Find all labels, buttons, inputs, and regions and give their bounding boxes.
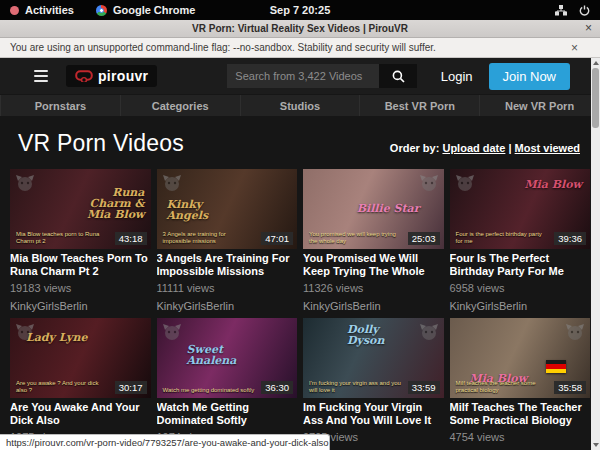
video-thumbnail[interactable]: Billie Star You promised we will keep tr… bbox=[303, 169, 444, 249]
duration-badge: 35:58 bbox=[554, 381, 586, 394]
nav-item-new[interactable]: New VR Porn bbox=[480, 95, 600, 116]
video-card[interactable]: Billie Star You promised we will keep tr… bbox=[303, 169, 444, 312]
thumbnail-overlay-name: Mia Blow bbox=[524, 179, 582, 190]
window-close-icon[interactable]: × bbox=[585, 21, 592, 35]
power-icon[interactable] bbox=[579, 5, 590, 16]
video-title[interactable]: Are You Awake And Your Dick Also bbox=[10, 401, 151, 427]
cat-mask-watermark-icon bbox=[419, 322, 439, 346]
video-thumbnail[interactable]: Mia Blow Four is the perfect birthday pa… bbox=[450, 169, 591, 249]
thumbnail-overlay-name: Sweet Analena bbox=[187, 344, 257, 366]
video-thumbnail[interactable]: Runa Charm & Mia Blow Mia Blow teaches p… bbox=[10, 169, 151, 249]
window-title: VR Porn: Virtual Reality Sex Videos | Pi… bbox=[0, 23, 600, 34]
thumbnail-caption: Four is the perfect birthday party for m… bbox=[456, 231, 549, 245]
video-card[interactable]: Dolly Dyson I'm fucking your virgin ass … bbox=[303, 318, 444, 443]
site-header: pirouvr Login Join Now bbox=[0, 58, 600, 94]
video-studio-link[interactable]: KinkyGirlsBerlin bbox=[303, 300, 444, 312]
browser-titlebar: VR Porn: Virtual Reality Sex Videos | Pi… bbox=[0, 20, 600, 38]
video-title[interactable]: Watch Me Getting Dominated Softly bbox=[157, 401, 298, 427]
duration-badge: 25:03 bbox=[408, 232, 440, 245]
clock[interactable]: Sep 7 20:25 bbox=[0, 4, 600, 16]
search-input[interactable] bbox=[227, 64, 379, 88]
thumbnail-overlay-name: Lady Lyne bbox=[26, 332, 88, 343]
thumbnail-caption: Milf teaches the teacher some practical … bbox=[456, 380, 549, 394]
video-thumbnail[interactable]: Kinky Angels 3 Angels are training for i… bbox=[157, 169, 298, 249]
video-card[interactable]: Lady Lyne Are you awake ? And your dick … bbox=[10, 318, 151, 443]
gnome-taskbar: Activities Google Chrome Sep 7 20:25 bbox=[0, 0, 600, 20]
nav-item-studios[interactable]: Studios bbox=[241, 95, 361, 116]
duration-badge: 43:18 bbox=[115, 232, 147, 245]
thumbnail-caption: You promised we will keep trying the who… bbox=[309, 231, 402, 245]
german-flag-icon bbox=[546, 360, 566, 373]
video-views: 4754 views bbox=[450, 431, 591, 443]
video-views: 19183 views bbox=[10, 282, 151, 294]
duration-badge: 39:36 bbox=[554, 232, 586, 245]
thumbnail-overlay-name: Kinky Angels bbox=[167, 199, 237, 221]
thumbnail-overlay-name: Runa Charm & Mia Blow bbox=[75, 187, 145, 220]
video-card[interactable]: Mia Blow Milf teaches the teacher some p… bbox=[450, 318, 591, 443]
pirouvr-logo[interactable]: pirouvr bbox=[66, 65, 157, 87]
video-title[interactable]: 3 Angels Are Training For Impossible Mis… bbox=[157, 252, 298, 278]
video-studio-link[interactable]: KinkyGirlsBerlin bbox=[157, 300, 298, 312]
logo-text: pirouvr bbox=[98, 68, 148, 84]
video-card[interactable]: Sweet Analena Watch me getting dominated… bbox=[157, 318, 298, 443]
infobar-close-icon[interactable]: × bbox=[571, 41, 578, 55]
video-title[interactable]: Im Fucking Your Virgin Ass And You Will … bbox=[303, 401, 444, 427]
search-icon bbox=[392, 70, 405, 83]
vr-goggles-icon bbox=[75, 70, 93, 82]
duration-badge: 30:17 bbox=[115, 381, 147, 394]
video-title[interactable]: Milf Teaches The Teacher Some Practical … bbox=[450, 401, 591, 427]
infobar-message: You are using an unsupported command-lin… bbox=[10, 42, 571, 53]
video-title[interactable]: Mia Blow Teaches Porn To Runa Charm Pt 2 bbox=[10, 252, 151, 278]
nav-item-best[interactable]: Best VR Porn bbox=[360, 95, 480, 116]
nav-item-pornstars[interactable]: Pornstars bbox=[0, 95, 121, 116]
hamburger-menu-icon[interactable] bbox=[34, 70, 48, 82]
order-most-viewed-link[interactable]: Most viewed bbox=[515, 142, 580, 154]
duration-badge: 47:01 bbox=[261, 232, 293, 245]
order-upload-date-link[interactable]: Upload date bbox=[442, 142, 505, 154]
duration-badge: 36:30 bbox=[261, 381, 293, 394]
thumbnail-caption: Watch me getting dominated softly bbox=[163, 387, 256, 394]
order-separator: | bbox=[508, 142, 511, 154]
thumbnail-caption: 3 Angels are training for impossible mis… bbox=[163, 231, 256, 245]
order-by: Order by: Upload date | Most viewed bbox=[390, 142, 580, 157]
duration-badge: 33:59 bbox=[408, 381, 440, 394]
chrome-infobar: You are using an unsupported command-lin… bbox=[0, 38, 600, 58]
page-scrollbar[interactable] bbox=[591, 58, 600, 450]
join-now-button[interactable]: Join Now bbox=[489, 63, 570, 90]
video-thumbnail[interactable]: Mia Blow Milf teaches the teacher some p… bbox=[450, 318, 591, 398]
video-views: 11111 views bbox=[157, 282, 298, 294]
cat-mask-watermark-icon bbox=[419, 173, 439, 197]
video-studio-link[interactable]: KinkyGirlsBerlin bbox=[10, 300, 151, 312]
thumbnail-overlay-name: Billie Star bbox=[357, 203, 420, 214]
cat-mask-watermark-icon bbox=[162, 173, 182, 197]
page-viewport: pirouvr Login Join Now Pornstars Categor… bbox=[0, 58, 600, 450]
login-link[interactable]: Login bbox=[441, 69, 473, 84]
video-views: 6958 views bbox=[450, 282, 591, 294]
video-thumbnail[interactable]: Dolly Dyson I'm fucking your virgin ass … bbox=[303, 318, 444, 398]
order-by-label: Order by: bbox=[390, 142, 440, 154]
video-thumbnail[interactable]: Lady Lyne Are you awake ? And your dick … bbox=[10, 318, 151, 398]
video-thumbnail[interactable]: Sweet Analena Watch me getting dominated… bbox=[157, 318, 298, 398]
video-card[interactable]: Runa Charm & Mia Blow Mia Blow teaches p… bbox=[10, 169, 151, 312]
nav-item-categories[interactable]: Categories bbox=[121, 95, 241, 116]
cat-mask-watermark-icon bbox=[455, 173, 475, 197]
video-studio-link[interactable]: KinkyGirlsBerlin bbox=[450, 300, 591, 312]
cat-mask-watermark-icon bbox=[565, 322, 585, 346]
thumbnail-caption: Are you awake ? And your dick also ? bbox=[16, 380, 109, 394]
scrollbar-down-arrow-icon[interactable] bbox=[593, 443, 599, 447]
scrollbar-thumb[interactable] bbox=[592, 68, 599, 128]
status-url-bubble: https://pirouvr.com/vr-porn-video/779325… bbox=[0, 434, 330, 450]
video-card[interactable]: Kinky Angels 3 Angels are training for i… bbox=[157, 169, 298, 312]
network-icon[interactable] bbox=[555, 5, 567, 16]
cat-mask-watermark-icon bbox=[162, 322, 182, 346]
video-views: 11326 views bbox=[303, 282, 444, 294]
thumbnail-overlay-name: Dolly Dyson bbox=[347, 324, 417, 346]
main-nav: Pornstars Categories Studios Best VR Por… bbox=[0, 94, 600, 116]
video-title[interactable]: Four Is The Perfect Birthday Party For M… bbox=[450, 252, 591, 278]
scrollbar-up-arrow-icon[interactable] bbox=[593, 61, 599, 65]
cat-mask-watermark-icon bbox=[15, 173, 35, 197]
search-button[interactable] bbox=[379, 64, 417, 88]
video-title[interactable]: You Promised We Will Keep Trying The Who… bbox=[303, 252, 444, 278]
thumbnail-caption: Mia Blow teaches porn to Runa Charm pt 2 bbox=[16, 231, 109, 245]
video-card[interactable]: Mia Blow Four is the perfect birthday pa… bbox=[450, 169, 591, 312]
